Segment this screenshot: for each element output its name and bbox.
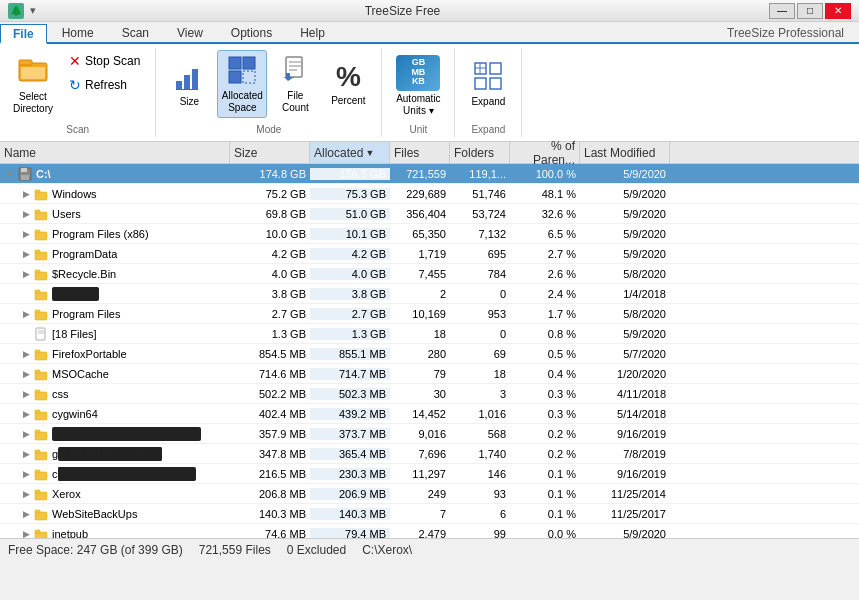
row-files: 14,452: [390, 408, 450, 420]
refresh-button[interactable]: ↻ Refresh: [62, 74, 147, 96]
table-row[interactable]: ▶css502.2 MB502.3 MB3030.3 %4/11/2018: [0, 384, 859, 404]
row-pct: 2.4 %: [510, 288, 580, 300]
col-header-date[interactable]: Last Modified: [580, 142, 670, 163]
table-row[interactable]: ▼C:\174.8 GB156.5 GB721,559119,1...100.0…: [0, 164, 859, 184]
tab-home[interactable]: Home: [49, 22, 107, 42]
row-name: █████: [52, 287, 99, 301]
col-header-name[interactable]: Name: [0, 142, 230, 163]
expand-toggle[interactable]: ▶: [20, 369, 32, 379]
expand-toggle[interactable]: ▼: [4, 169, 16, 179]
svg-rect-23: [21, 168, 27, 172]
table-row[interactable]: ▶inetpub74.6 MB79.4 MB2,479990.0 %5/9/20…: [0, 524, 859, 538]
expand-toggle[interactable]: ▶: [20, 409, 32, 419]
tab-options[interactable]: Options: [218, 22, 285, 42]
expand-toggle[interactable]: ▶: [20, 189, 32, 199]
table-row[interactable]: ▶WebSiteBackUps140.3 MB140.3 MB760.1 %11…: [0, 504, 859, 524]
expand-toggle[interactable]: ▶: [20, 229, 32, 239]
app-title: TreeSize Free: [365, 4, 441, 18]
col-pct-label: % of Paren...: [514, 139, 575, 167]
col-header-allocated[interactable]: Allocated ▼: [310, 142, 390, 163]
col-header-size[interactable]: Size: [230, 142, 310, 163]
expand-toggle[interactable]: ▶: [20, 509, 32, 519]
table-row[interactable]: █████3.8 GB3.8 GB202.4 %1/4/2018: [0, 284, 859, 304]
table-row[interactable]: ▶ProgramData4.2 GB4.2 GB1,7196952.7 %5/9…: [0, 244, 859, 264]
expand-toggle[interactable]: ▶: [20, 449, 32, 459]
table-row[interactable]: ▶Windows75.2 GB75.3 GB229,68951,74648.1 …: [0, 184, 859, 204]
select-directory-button[interactable]: SelectDirectory: [8, 50, 58, 118]
svg-rect-4: [184, 75, 190, 89]
col-header-files[interactable]: Files: [390, 142, 450, 163]
svg-rect-3: [176, 81, 182, 89]
row-icon: [34, 506, 48, 522]
expand-toggle[interactable]: ▶: [20, 209, 32, 219]
table-row[interactable]: [18 Files]1.3 GB1.3 GB1800.8 %5/9/2020: [0, 324, 859, 344]
svg-rect-19: [490, 78, 501, 89]
tab-view[interactable]: View: [164, 22, 216, 42]
row-pct: 2.7 %: [510, 248, 580, 260]
row-pct: 0.2 %: [510, 448, 580, 460]
title-bar: 🌲 ▾ TreeSize Free — □ ✕: [0, 0, 859, 22]
select-directory-label: SelectDirectory: [13, 91, 53, 115]
stop-scan-button[interactable]: ✕ Stop Scan: [62, 50, 147, 72]
expand-label: Expand: [471, 96, 505, 108]
row-date: 11/25/2014: [580, 488, 670, 500]
table-row[interactable]: ▶█████████████████357.9 MB373.7 MB9,0165…: [0, 424, 859, 444]
tab-help[interactable]: Help: [287, 22, 338, 42]
expand-toggle[interactable]: ▶: [20, 269, 32, 279]
percent-button[interactable]: % Percent: [323, 50, 373, 118]
table-row[interactable]: ▶Program Files (x86)10.0 GB10.1 GB65,350…: [0, 224, 859, 244]
row-date: 11/25/2017: [580, 508, 670, 520]
automatic-units-button[interactable]: GB MB KB AutomaticUnits ▾: [390, 52, 446, 120]
table-row[interactable]: ▶Program Files2.7 GB2.7 GB10,1699531.7 %…: [0, 304, 859, 324]
row-size: 3.8 GB: [230, 288, 310, 300]
expand-toggle[interactable]: ▶: [20, 249, 32, 259]
table-row[interactable]: ▶FirefoxPortable854.5 MB855.1 MB280690.5…: [0, 344, 859, 364]
row-icon: [34, 306, 48, 322]
table-row[interactable]: ▶MSOCache714.6 MB714.7 MB79180.4 %1/20/2…: [0, 364, 859, 384]
expand-button[interactable]: Expand: [463, 50, 513, 118]
col-header-pct[interactable]: % of Paren...: [510, 142, 580, 163]
row-name: Program Files: [52, 308, 120, 320]
table-row[interactable]: ▶$Recycle.Bin4.0 GB4.0 GB7,4557842.6 %5/…: [0, 264, 859, 284]
row-files: 7,696: [390, 448, 450, 460]
expand-toggle[interactable]: ▶: [20, 349, 32, 359]
tab-scan[interactable]: Scan: [109, 22, 162, 42]
row-icon: [34, 446, 48, 462]
table-row[interactable]: ▶g████████████347.8 MB365.4 MB7,6961,740…: [0, 444, 859, 464]
table-row[interactable]: ▶cygwin64402.4 MB439.2 MB14,4521,0160.3 …: [0, 404, 859, 424]
column-headers: Name Size Allocated ▼ Files Folders % of…: [0, 142, 859, 164]
row-date: 5/9/2020: [580, 328, 670, 340]
table-row[interactable]: ▶Users69.8 GB51.0 GB356,40453,72432.6 %5…: [0, 204, 859, 224]
window-controls[interactable]: — □ ✕: [769, 3, 851, 19]
col-size-label: Size: [234, 146, 257, 160]
close-button[interactable]: ✕: [825, 3, 851, 19]
row-icon: [34, 526, 48, 538]
row-files: 2,479: [390, 528, 450, 539]
row-date: 7/8/2019: [580, 448, 670, 460]
minimize-button[interactable]: —: [769, 3, 795, 19]
expand-group-label: Expand: [455, 124, 521, 135]
table-row[interactable]: ▶Xerox206.8 MB206.9 MB249930.1 %11/25/20…: [0, 484, 859, 504]
stop-icon: ✕: [69, 53, 81, 69]
size-mode-button[interactable]: Size: [164, 50, 214, 118]
tab-treepro[interactable]: TreeSize Professional: [714, 22, 857, 42]
file-count-button[interactable]: FileCount: [270, 50, 320, 118]
svg-rect-5: [192, 69, 198, 89]
svg-rect-43: [35, 350, 40, 353]
row-files: 9,016: [390, 428, 450, 440]
expand-toggle[interactable]: ▶: [20, 389, 32, 399]
allocated-space-label: AllocatedSpace: [222, 90, 263, 114]
row-date: 9/16/2019: [580, 428, 670, 440]
expand-toggle[interactable]: ▶: [20, 529, 32, 539]
expand-toggle[interactable]: ▶: [20, 309, 32, 319]
allocated-space-button[interactable]: AllocatedSpace: [217, 50, 267, 118]
path-status: C:\Xerox\: [362, 543, 412, 557]
expand-toggle[interactable]: ▶: [20, 489, 32, 499]
expand-toggle[interactable]: ▶: [20, 469, 32, 479]
expand-toggle[interactable]: ▶: [20, 429, 32, 439]
table-row[interactable]: ▶c████████████████216.5 MB230.3 MB11,297…: [0, 464, 859, 484]
row-folders: 18: [450, 368, 510, 380]
maximize-button[interactable]: □: [797, 3, 823, 19]
tab-file[interactable]: File: [0, 24, 47, 44]
col-header-folders[interactable]: Folders: [450, 142, 510, 163]
